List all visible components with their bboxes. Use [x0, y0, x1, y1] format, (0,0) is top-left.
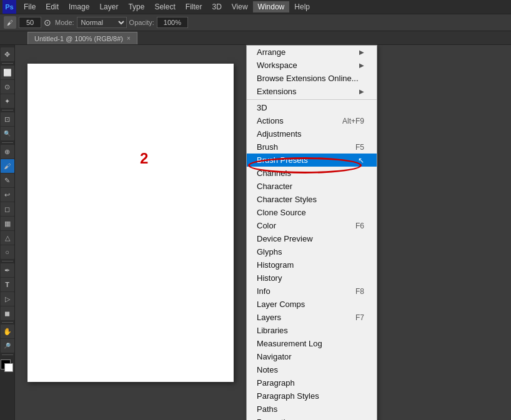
- menu-item-paragraph[interactable]: Paragraph: [247, 376, 377, 389]
- menu-item-layer-comps-label: Layer Comps: [257, 300, 305, 309]
- menu-item-paragraph-label: Paragraph: [257, 378, 295, 388]
- menu-item-properties-label: Properties: [257, 418, 294, 420]
- menu-item-brush-label: Brush: [257, 142, 278, 152]
- tool-crop[interactable]: ⊡: [1, 112, 14, 126]
- menu-item-browse-ext[interactable]: Browse Extensions Online...: [247, 72, 377, 85]
- menu-type[interactable]: Type: [123, 1, 149, 12]
- tool-healing[interactable]: ⊕: [1, 145, 14, 159]
- mode-select[interactable]: Normal: [77, 17, 127, 28]
- menu-item-actions[interactable]: Actions Alt+F9: [247, 114, 377, 127]
- arrow-icon: ▶: [359, 62, 364, 69]
- menu-item-color[interactable]: Color F6: [247, 219, 377, 232]
- opacity-label: Opacity:: [129, 19, 154, 26]
- menu-item-notes[interactable]: Notes: [247, 363, 377, 376]
- tool-separator-5: [2, 322, 13, 323]
- menu-image[interactable]: Image: [64, 1, 94, 12]
- tool-shape[interactable]: ◼: [1, 306, 14, 320]
- tool-gradient[interactable]: ▦: [1, 217, 14, 230]
- canvas-area: 2 Arrange ▶ Workspace ▶ Browse Extension…: [15, 45, 511, 420]
- tool-path-select[interactable]: ▷: [1, 292, 14, 306]
- layers-shortcut: F7: [355, 313, 364, 322]
- tool-zoom[interactable]: 🔎: [1, 339, 14, 353]
- tool-magic-wand[interactable]: ✦: [1, 94, 14, 108]
- menu-item-workspace-label: Workspace: [257, 61, 297, 70]
- menu-item-clone-source[interactable]: Clone Source: [247, 206, 377, 219]
- tool-dodge[interactable]: ○: [1, 245, 14, 259]
- tool-brush[interactable]: 🖌: [1, 159, 14, 173]
- menu-view[interactable]: View: [227, 1, 253, 12]
- menu-item-channels[interactable]: Channels: [247, 167, 377, 180]
- menu-item-history[interactable]: History: [247, 271, 377, 285]
- menu-item-character[interactable]: Character: [247, 180, 377, 193]
- menu-item-channels-label: Channels: [257, 168, 291, 178]
- brush-shortcut: F5: [355, 143, 364, 152]
- tool-separator-6: [2, 354, 13, 355]
- menu-item-adjustments-label: Adjustments: [257, 129, 302, 139]
- menu-item-glyphs-label: Glyphs: [257, 247, 282, 256]
- ps-logo: Ps: [2, 0, 16, 14]
- tool-pen[interactable]: ✒: [1, 263, 14, 277]
- menu-layer[interactable]: Layer: [94, 1, 123, 12]
- tool-clone[interactable]: ✎: [1, 173, 14, 187]
- menu-item-brush-presets[interactable]: Brush Presets ↖: [247, 154, 377, 167]
- menu-item-workspace[interactable]: Workspace ▶: [247, 59, 377, 72]
- tool-move[interactable]: ✥: [1, 47, 14, 61]
- divider-1: [247, 99, 377, 100]
- menu-item-paragraph-styles-label: Paragraph Styles: [257, 391, 319, 401]
- menu-window[interactable]: Window: [253, 1, 290, 12]
- menu-item-properties[interactable]: Properties: [247, 416, 377, 420]
- tool-separator-2: [2, 110, 13, 110]
- menu-item-adjustments[interactable]: Adjustments: [247, 127, 377, 140]
- menu-item-layers[interactable]: Layers F7: [247, 311, 377, 324]
- menu-item-actions-label: Actions: [257, 116, 284, 125]
- tool-marquee[interactable]: ⬜: [1, 66, 14, 79]
- tool-lasso[interactable]: ⊙: [1, 80, 14, 94]
- menu-file[interactable]: File: [19, 1, 41, 12]
- menu-item-arrange[interactable]: Arrange ▶: [247, 46, 377, 59]
- tool-history-brush[interactable]: ↩: [1, 188, 14, 202]
- menu-help[interactable]: Help: [289, 1, 315, 12]
- tool-type[interactable]: T: [1, 278, 14, 291]
- menu-3d[interactable]: 3D: [207, 1, 226, 12]
- tool-hand[interactable]: ✋: [1, 325, 14, 338]
- menu-item-notes-label: Notes: [257, 365, 278, 374]
- menu-item-layer-comps[interactable]: Layer Comps: [247, 298, 377, 311]
- menu-item-glyphs[interactable]: Glyphs: [247, 245, 377, 258]
- tool-eyedropper[interactable]: 🔍: [1, 127, 14, 140]
- menu-filter[interactable]: Filter: [181, 1, 207, 12]
- background-color[interactable]: [4, 363, 13, 372]
- menu-item-3d[interactable]: 3D: [247, 101, 377, 114]
- tool-blur[interactable]: △: [1, 231, 14, 245]
- menu-select[interactable]: Select: [149, 1, 180, 12]
- menu-item-device-preview-label: Device Preview: [257, 234, 313, 243]
- menu-item-info[interactable]: Info F8: [247, 285, 377, 298]
- menu-item-3d-label: 3D: [257, 103, 267, 112]
- tab-title: Untitled-1 @ 100% (RGB/8#): [34, 35, 123, 42]
- close-tab-icon[interactable]: ×: [127, 35, 131, 42]
- menu-item-measurement-log-label: Measurement Log: [257, 339, 322, 348]
- menu-edit[interactable]: Edit: [41, 1, 64, 12]
- size-icon: ⊙: [44, 17, 51, 27]
- tool-icon: 🖌: [4, 16, 16, 29]
- tool-eraser[interactable]: ◻: [1, 202, 14, 216]
- menu-item-character-styles[interactable]: Character Styles: [247, 193, 377, 206]
- menu-item-histogram[interactable]: Histogram: [247, 258, 377, 271]
- menu-item-libraries[interactable]: Libraries: [247, 324, 377, 337]
- menu-item-device-preview[interactable]: Device Preview: [247, 232, 377, 245]
- menu-item-character-styles-label: Character Styles: [257, 195, 317, 204]
- arrow-icon: ▶: [359, 88, 364, 95]
- brush-size-input[interactable]: [19, 17, 41, 28]
- menu-item-navigator[interactable]: Navigator: [247, 350, 377, 363]
- mode-label: Mode:: [55, 19, 74, 26]
- menu-item-paragraph-styles[interactable]: Paragraph Styles: [247, 389, 377, 403]
- menu-item-measurement-log[interactable]: Measurement Log: [247, 337, 377, 350]
- menu-item-paths[interactable]: Paths: [247, 403, 377, 416]
- options-bar: 🖌 ⊙ Mode: Normal Opacity:: [0, 14, 511, 31]
- opacity-input[interactable]: [157, 17, 188, 28]
- menu-item-brush[interactable]: Brush F5: [247, 140, 377, 154]
- main-area: ✥ ⬜ ⊙ ✦ ⊡ 🔍 ⊕ 🖌 ✎ ↩ ◻ ▦ △ ○ ✒ T ▷ ◼ ✋ 🔎 …: [0, 45, 511, 420]
- info-shortcut: F8: [355, 287, 364, 296]
- menu-item-history-label: History: [257, 273, 282, 283]
- menu-item-extensions[interactable]: Extensions ▶: [247, 85, 377, 98]
- document-tab[interactable]: Untitled-1 @ 100% (RGB/8#) ×: [27, 32, 137, 44]
